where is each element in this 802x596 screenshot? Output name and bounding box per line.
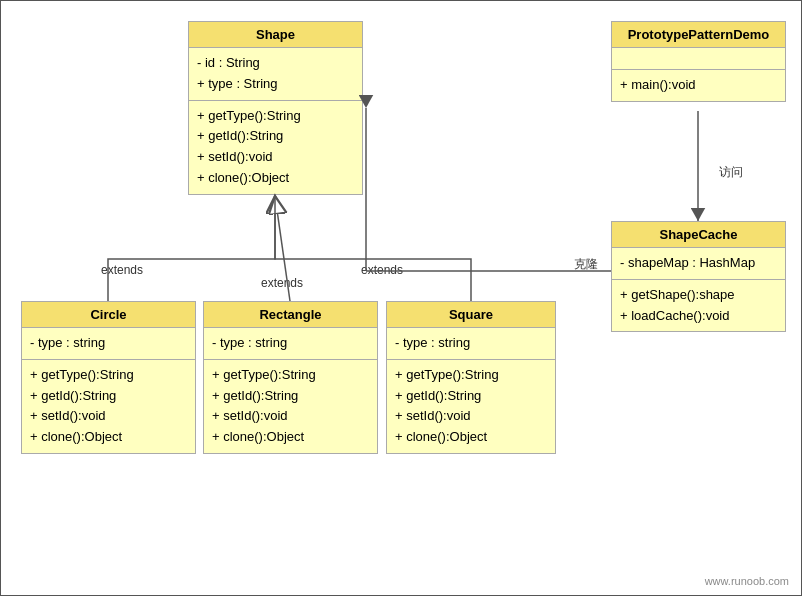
shape-box: Shape - id : String + type : String + ge… <box>188 21 363 195</box>
watermark: www.runoob.com <box>705 575 789 587</box>
visit-label: 访问 <box>719 164 743 181</box>
square-box: Square - type : string + getType():Strin… <box>386 301 556 454</box>
prototype-pattern-demo-methods: + main():void <box>612 70 785 101</box>
rectangle-attributes: - type : string <box>204 328 377 360</box>
prototype-pattern-demo-header: PrototypePatternDemo <box>612 22 785 48</box>
clone-label: 克隆 <box>574 256 598 273</box>
square-header: Square <box>387 302 555 328</box>
shape-cache-header: ShapeCache <box>612 222 785 248</box>
diagram-container: Shape - id : String + type : String + ge… <box>0 0 802 596</box>
circle-attributes: - type : string <box>22 328 195 360</box>
extends-center-label: extends <box>261 276 303 290</box>
shape-cache-box: ShapeCache - shapeMap : HashMap + getSha… <box>611 221 786 332</box>
rectangle-box: Rectangle - type : string + getType():St… <box>203 301 378 454</box>
prototype-pattern-demo-box: PrototypePatternDemo + main():void <box>611 21 786 102</box>
rectangle-methods: + getType():String + getId():String + se… <box>204 360 377 453</box>
shape-attributes: - id : String + type : String <box>189 48 362 101</box>
shape-cache-methods: + getShape():shape + loadCache():void <box>612 280 785 332</box>
circle-box: Circle - type : string + getType():Strin… <box>21 301 196 454</box>
extends-left-label: extends <box>101 263 143 277</box>
square-attributes: - type : string <box>387 328 555 360</box>
extends-right-label: extends <box>361 263 403 277</box>
square-methods: + getType():String + getId():String + se… <box>387 360 555 453</box>
shape-cache-attributes: - shapeMap : HashMap <box>612 248 785 280</box>
shape-header: Shape <box>189 22 362 48</box>
circle-header: Circle <box>22 302 195 328</box>
rectangle-header: Rectangle <box>204 302 377 328</box>
circle-methods: + getType():String + getId():String + se… <box>22 360 195 453</box>
prototype-pattern-demo-attributes <box>612 48 785 70</box>
shape-methods: + getType():String + getId():String + se… <box>189 101 362 194</box>
